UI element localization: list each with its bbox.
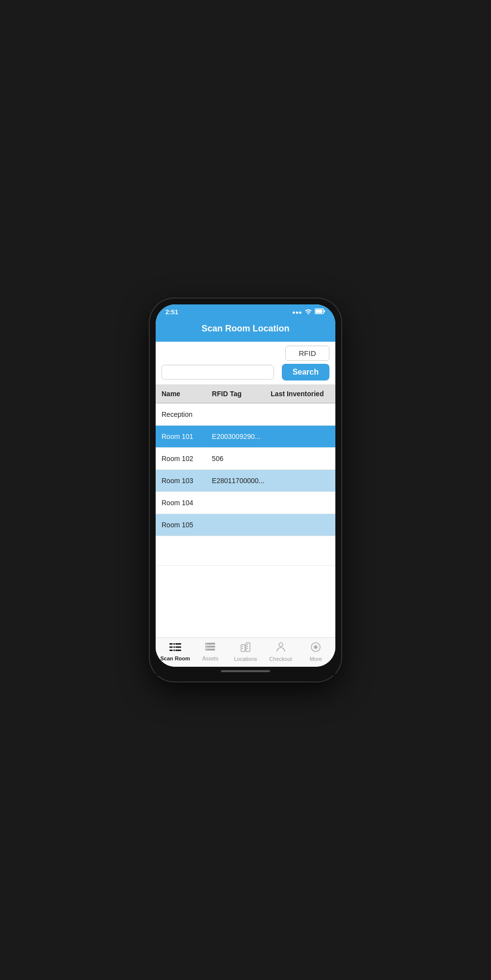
status-time: 2:51 (165, 308, 178, 316)
search-row: Search (162, 364, 329, 381)
status-icons: ●●● (292, 308, 326, 316)
row-name: Room 105 (162, 521, 212, 529)
table-row[interactable]: Room 103 E28011700000... (156, 470, 335, 492)
row-name: Room 104 (162, 499, 212, 507)
nav-item-checkout[interactable]: Checkout (263, 642, 299, 662)
nav-item-assets[interactable]: Assets (193, 642, 228, 661)
svg-rect-7 (175, 643, 176, 651)
nav-label-scan-room: Scan Room (161, 655, 191, 661)
row-name: Reception (162, 410, 212, 418)
row-name: Room 102 (162, 455, 212, 463)
table-row[interactable]: Reception (156, 404, 335, 426)
svg-rect-6 (172, 643, 174, 651)
svg-rect-1 (316, 310, 323, 313)
table-body: Reception Room 101 E2003009290... Room 1… (156, 404, 335, 637)
scan-room-icon (169, 642, 181, 654)
svg-rect-18 (247, 644, 248, 645)
rfid-row: RFID (162, 346, 329, 361)
col-header-last-inventoried: Last Inventoried (271, 390, 329, 398)
nav-label-checkout: Checkout (269, 656, 292, 662)
search-input[interactable] (162, 365, 274, 380)
assets-icon (204, 642, 216, 654)
svg-rect-12 (206, 647, 207, 647)
nav-label-locations: Locations (234, 656, 257, 662)
wifi-icon (304, 308, 312, 316)
checkout-icon (275, 642, 286, 654)
nav-item-locations[interactable]: Locations (228, 642, 263, 662)
page-title: Scan Room Location (201, 324, 289, 333)
page-header: Scan Room Location (156, 318, 335, 342)
svg-rect-13 (206, 650, 207, 650)
nav-item-scan-room[interactable]: Scan Room (158, 642, 193, 661)
search-button[interactable]: Search (282, 364, 329, 381)
nav-label-more: More (310, 656, 322, 662)
table-header: Name RFID Tag Last Inventoried (156, 385, 335, 404)
table-row[interactable]: Room 105 (156, 514, 335, 536)
row-name: Room 103 (162, 477, 212, 485)
signal-icon: ●●● (292, 309, 302, 315)
bottom-nav: Scan Room Assets (156, 637, 335, 667)
phone-frame: 2:51 ●●● Scan Room Locat (150, 299, 341, 681)
row-name: Room 101 (162, 433, 212, 440)
search-section: RFID Search (156, 342, 335, 384)
svg-point-21 (279, 643, 283, 647)
nav-label-assets: Assets (202, 655, 218, 661)
row-rfid: E28011700000... (212, 477, 271, 485)
svg-rect-11 (206, 644, 207, 644)
locations-icon (240, 642, 251, 654)
nav-item-more[interactable]: More (298, 642, 333, 662)
table-row[interactable]: Room 104 (156, 492, 335, 514)
home-bar (221, 670, 270, 672)
battery-icon (315, 308, 326, 316)
status-bar: 2:51 ●●● (156, 304, 335, 318)
row-rfid: E2003009290... (212, 433, 271, 440)
svg-point-23 (315, 646, 317, 649)
table-row-empty (156, 536, 335, 566)
svg-rect-2 (324, 310, 326, 312)
svg-rect-19 (247, 646, 248, 647)
svg-rect-14 (241, 645, 245, 652)
home-indicator (156, 667, 335, 676)
svg-rect-16 (242, 646, 243, 647)
row-rfid: 506 (212, 455, 271, 463)
col-header-rfid: RFID Tag (212, 390, 271, 398)
phone-screen: 2:51 ●●● Scan Room Locat (156, 304, 335, 667)
table-row[interactable]: Room 101 E2003009290... (156, 426, 335, 448)
svg-rect-17 (242, 648, 243, 649)
more-icon (310, 642, 321, 654)
svg-rect-20 (247, 648, 248, 649)
table-row[interactable]: Room 102 506 (156, 448, 335, 470)
col-header-name: Name (162, 390, 212, 398)
rfid-label: RFID (285, 346, 329, 361)
svg-rect-15 (246, 643, 250, 652)
